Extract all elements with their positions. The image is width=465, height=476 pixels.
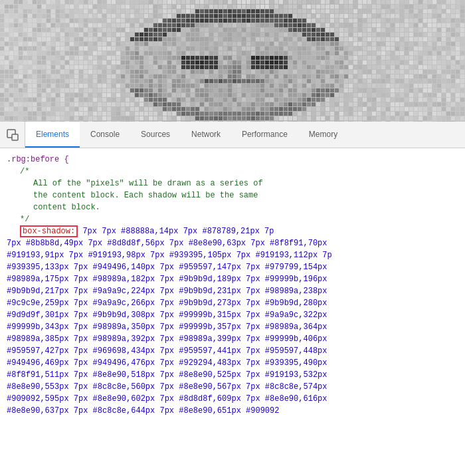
devtools-toolbar: Elements Console Sources Network Perform…	[0, 122, 465, 148]
shadow-line-2: #919193,91px 7px #919193,98px 7px #93939…	[0, 249, 465, 261]
shadow-line-10: #959597,427px 7px #969698,434px 7px #959…	[0, 345, 465, 357]
shadow-line-7: #9d9d9f,301px 7px #9b9b9d,308px 7px #999…	[0, 309, 465, 321]
shadow-line-1: 7px #8b8b8d,49px 7px #8d8d8f,56px 7px #8…	[0, 237, 465, 249]
shadow-line-6: #9c9c9e,259px 7px #9a9a9c,266px 7px #9b9…	[0, 297, 465, 309]
shadow-line-12: #8f8f91,511px 7px #8e8e90,518px 7px #8e8…	[0, 369, 465, 381]
shadow-line-5: #9b9b9d,217px 7px #9a9a9c,224px 7px #9b9…	[0, 285, 465, 297]
shadow-line-15: #8e8e90,637px 7px #8c8c8e,644px 7px #8e8…	[0, 405, 465, 417]
tab-memory[interactable]: Memory	[298, 122, 348, 148]
code-comment-2: the content block. Each shadow will be t…	[0, 189, 465, 201]
code-comment-1: All of the "pixels" will be drawn as a s…	[0, 178, 465, 189]
shadow-line-11: #949496,469px 7px #949496,476px 7px #929…	[0, 357, 465, 369]
shadow-line-9: #98989a,385px 7px #98989a,392px 7px #989…	[0, 333, 465, 345]
webpage-preview	[0, 0, 465, 122]
box-shadow-property[interactable]: box-shadow:	[20, 225, 78, 237]
tab-sources[interactable]: Sources	[130, 122, 181, 148]
code-comment-close: */	[0, 213, 465, 225]
tab-elements[interactable]: Elements	[25, 122, 80, 148]
shadow-line-13: #8e8e90,553px 7px #8c8c8e,560px 7px #8e8…	[0, 381, 465, 393]
shadow-line-14: #909092,595px 7px #8e8e90,602px 7px #8d8…	[0, 393, 465, 405]
svg-rect-1	[12, 134, 18, 140]
tab-network[interactable]: Network	[181, 122, 231, 148]
code-comment-open: /*	[0, 166, 465, 178]
inspect-element-button[interactable]	[0, 122, 25, 148]
tab-console[interactable]: Console	[80, 122, 130, 148]
code-comment-3: content block.	[0, 201, 465, 213]
code-selector-line: .rbg:before {	[0, 154, 465, 166]
code-panel: .rbg:before { /* All of the "pixels" wil…	[0, 148, 465, 476]
tab-performance[interactable]: Performance	[231, 122, 298, 148]
shadow-line-8: #99999b,343px 7px #98989a,350px 7px #999…	[0, 321, 465, 333]
code-property-line: box-shadow: 7px 7px #88888a,14px 7px #87…	[0, 225, 465, 237]
shadow-line-4: #98989a,175px 7px #98989a,182px 7px #9b9…	[0, 273, 465, 285]
shadow-line-3: #939395,133px 7px #949496,140px 7px #959…	[0, 261, 465, 273]
